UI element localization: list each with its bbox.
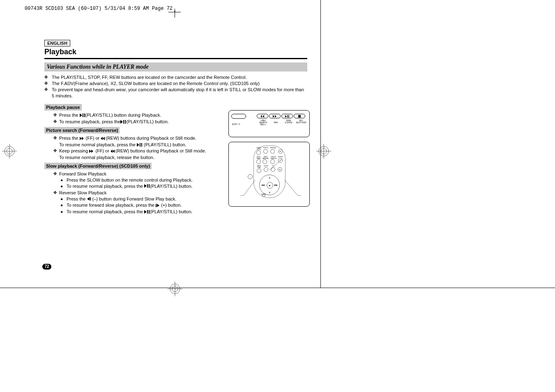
svg-line-47 xyxy=(285,180,298,196)
intro-item: To prevent tape and head-drum wear, your… xyxy=(44,87,307,99)
svg-marker-29 xyxy=(144,184,147,188)
easy-label: EASY ⏱ xyxy=(232,123,240,125)
svg-marker-21 xyxy=(103,137,105,140)
play-pause-icon xyxy=(144,183,150,189)
svg-marker-36 xyxy=(144,210,147,214)
svg-rect-37 xyxy=(147,210,148,214)
list-item: To resume normal playback, press the (PL… xyxy=(61,209,307,215)
svg-rect-13 xyxy=(83,113,83,117)
svg-rect-33 xyxy=(90,197,91,201)
svg-rect-34 xyxy=(156,204,157,207)
svg-line-49 xyxy=(244,180,255,196)
ff-button xyxy=(269,114,281,118)
svg-rect-44 xyxy=(287,115,288,118)
svg-rect-16 xyxy=(123,120,124,124)
btn-label: FADE S.SHOW xyxy=(282,120,295,126)
ff-icon xyxy=(80,136,85,142)
btn-label: FWD xyxy=(269,120,282,126)
svg-marker-39 xyxy=(260,115,262,118)
ff-icon xyxy=(89,148,94,154)
svg-rect-23 xyxy=(140,143,140,147)
btn-label: BLC MULTI DISP. xyxy=(295,120,308,126)
easy-button-outline xyxy=(231,114,246,119)
svg-marker-18 xyxy=(80,137,82,140)
svg-marker-15 xyxy=(120,120,123,124)
svg-rect-46 xyxy=(298,115,301,118)
svg-marker-32 xyxy=(87,197,90,201)
title-rule xyxy=(44,58,307,59)
svg-marker-22 xyxy=(137,143,139,147)
play-pause-icon xyxy=(137,142,143,148)
play-pause-button xyxy=(281,114,293,118)
play-pause-icon xyxy=(120,119,126,125)
svg-marker-28 xyxy=(113,150,115,153)
crop-mark-left xyxy=(2,144,17,159)
crop-mark-center xyxy=(168,281,182,298)
svg-rect-14 xyxy=(84,113,85,117)
crop-mark-top xyxy=(168,6,181,18)
button-row xyxy=(257,114,305,118)
print-header: 00743R SCD103 SEA (60~107) 5/31/04 8:59 … xyxy=(25,6,173,12)
subtitle-bar: Various Functions while in PLAYER mode xyxy=(44,62,307,71)
language-badge: ENGLISH xyxy=(44,40,70,46)
btn-label: ⟲ REC SEARCH REV ⟳ xyxy=(257,120,269,126)
svg-rect-38 xyxy=(149,210,150,214)
rew-icon xyxy=(111,148,115,154)
svg-marker-26 xyxy=(91,150,93,153)
intro-item: The F.ADV(Frame advance), X2, SLOW butto… xyxy=(44,81,307,87)
svg-marker-20 xyxy=(101,137,103,140)
horizontal-divider xyxy=(0,288,555,288)
svg-marker-27 xyxy=(111,150,113,153)
svg-rect-31 xyxy=(149,184,150,188)
crop-mark-right xyxy=(316,144,331,159)
svg-marker-12 xyxy=(80,113,82,117)
svg-marker-25 xyxy=(89,150,91,153)
page-title: Playback xyxy=(44,48,307,56)
play-pause-icon xyxy=(80,113,85,119)
label-row: ⟲ REC SEARCH REV ⟳ FWD FADE S.SHOW BLC M… xyxy=(257,120,308,126)
intro-item: The PLAY/STILL, STOP, FF, REW buttons ar… xyxy=(44,74,307,81)
svg-marker-19 xyxy=(82,137,84,140)
camcorder-panel-diagram: EASY ⏱ ⟲ REC SEARCH REV ⟳ FWD FADE S.SHO… xyxy=(228,110,310,137)
svg-marker-43 xyxy=(285,115,287,118)
svg-rect-30 xyxy=(147,184,148,188)
svg-marker-42 xyxy=(275,115,276,118)
play-pause-icon xyxy=(144,209,150,215)
stop-button xyxy=(294,114,305,118)
remote-diagram: START/ STOP PHOTO DISPLAY W SELF TIMER Z… xyxy=(228,142,310,207)
svg-rect-24 xyxy=(141,143,142,147)
intro-list: The PLAY/STILL, STOP, FF, REW buttons ar… xyxy=(44,74,307,99)
leader-lines xyxy=(229,142,310,207)
svg-rect-45 xyxy=(288,115,289,118)
section-pause-head: Playback pause xyxy=(44,104,82,111)
step-back-icon xyxy=(87,196,91,202)
page-number: 72 xyxy=(42,264,51,270)
section-slow-head: Slow playback (Forward/Reverse) (SCD105 … xyxy=(44,163,152,169)
rew-icon xyxy=(101,136,106,142)
svg-rect-17 xyxy=(125,120,126,124)
rew-button xyxy=(257,114,268,118)
svg-marker-35 xyxy=(157,204,159,207)
svg-marker-41 xyxy=(273,115,274,118)
svg-line-51 xyxy=(270,159,282,170)
step-fwd-icon xyxy=(156,203,160,209)
timer-icon: ⏱ xyxy=(238,123,240,125)
vertical-divider xyxy=(320,0,321,288)
section-search-head: Picture search (Forward/Reverse) xyxy=(44,127,120,134)
svg-marker-40 xyxy=(263,115,264,118)
